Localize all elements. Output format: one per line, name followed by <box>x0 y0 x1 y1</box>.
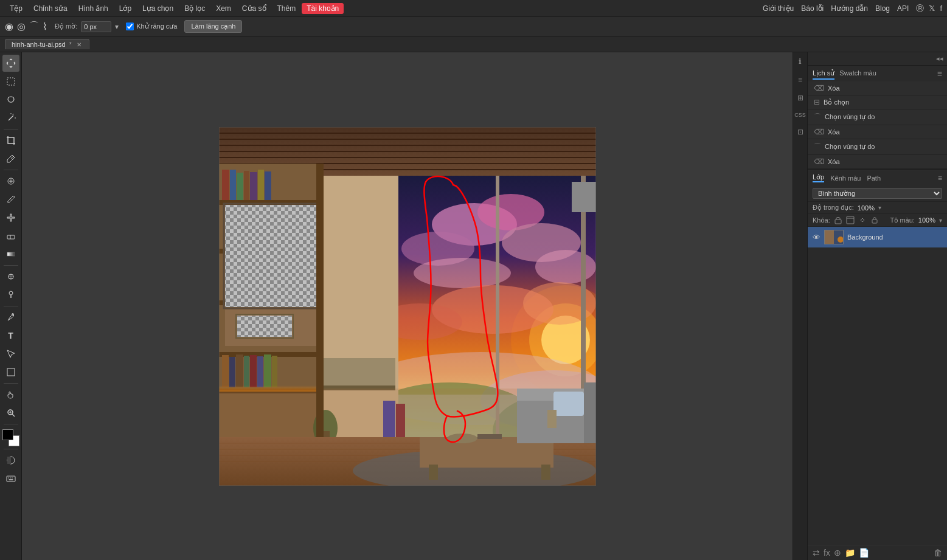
menu-them[interactable]: Thêm <box>272 3 301 14</box>
to-mau-dropdown[interactable]: ▾ <box>939 217 942 224</box>
tool-clone[interactable] <box>2 209 19 226</box>
new-layer-icon[interactable]: 📄 <box>859 548 869 558</box>
tool-pen[interactable] <box>2 309 19 326</box>
blend-mode-select[interactable]: Bình thường <box>813 188 942 199</box>
panel-css-icon[interactable]: CSS <box>793 109 807 120</box>
menu-lop[interactable]: Lớp <box>114 3 136 14</box>
svg-rect-78 <box>222 355 229 387</box>
history-panel-options[interactable]: ≡ <box>937 69 942 78</box>
twitter-icon[interactable]: 𝕏 <box>929 4 935 13</box>
tool-healing[interactable] <box>2 173 19 190</box>
delete-layer-icon[interactable]: 🗑 <box>934 548 942 558</box>
history-item-1[interactable]: ⌫ Xóa <box>808 81 947 95</box>
add-style-icon[interactable]: fx <box>824 548 830 558</box>
tab-history[interactable]: Lịch sử <box>813 68 834 80</box>
svg-rect-89 <box>322 358 395 389</box>
menu-tep[interactable]: Tệp <box>5 3 27 14</box>
tool-lasso[interactable] <box>2 91 19 108</box>
panel-layers-icon[interactable]: ≡ <box>797 73 803 86</box>
svg-rect-75 <box>265 171 271 200</box>
menu-left: Tệp Chỉnh sửa Hình ảnh Lớp Lựa chọn Bộ l… <box>5 3 344 14</box>
tool-preset-icon[interactable]: ◉ <box>5 21 13 32</box>
canvas-area[interactable] <box>22 52 793 560</box>
file-tab[interactable]: hinh-anh-tu-ai.psd * ✕ <box>5 39 89 49</box>
tab-swatch[interactable]: Swatch màu <box>839 68 876 80</box>
menu-hinh-anh[interactable]: Hình ảnh <box>74 3 113 14</box>
lock-transparent-icon[interactable] <box>834 216 842 224</box>
svg-rect-79 <box>229 357 235 387</box>
tool-eyedropper[interactable] <box>2 150 19 167</box>
layer-visibility-toggle[interactable]: 👁 <box>813 233 820 242</box>
menu-lua-chon[interactable]: Lựa chọn <box>137 3 178 14</box>
menu-tai-khoan[interactable]: Tài khoản <box>302 3 344 14</box>
history-item-6[interactable]: ⌫ Xóa <box>808 155 947 169</box>
add-mask-icon[interactable]: ⊕ <box>834 548 841 558</box>
layers-options-icon[interactable]: ≡ <box>938 174 942 182</box>
panel-adjustments-icon[interactable]: ⊞ <box>796 91 805 105</box>
menu-blog[interactable]: Blog <box>875 4 890 13</box>
menu-api[interactable]: API <box>897 4 909 13</box>
tab-path[interactable]: Path <box>867 175 881 182</box>
lam-lang-canh-button[interactable]: Làm lãng cạnh <box>184 20 242 33</box>
history-item-3[interactable]: ⌒ Chọn vùng tự do <box>808 109 947 125</box>
layer-item-background[interactable]: 👁 Background <box>808 227 947 247</box>
tool-hand[interactable] <box>2 386 19 403</box>
history-item-2[interactable]: ⊟ Bỏ chọn <box>808 95 947 109</box>
menu-chinh-sua[interactable]: Chỉnh sửa <box>29 3 72 14</box>
tool-blur[interactable] <box>2 268 19 285</box>
tool-option-arc[interactable]: ⌒ <box>29 20 39 33</box>
tool-crop[interactable] <box>2 132 19 149</box>
panel-info-icon[interactable]: ℹ <box>797 55 803 68</box>
svg-rect-102 <box>429 465 438 480</box>
history-label-4: Xóa <box>828 128 840 136</box>
menu-huong-dan[interactable]: Hướng dẫn <box>831 4 868 13</box>
new-group-icon[interactable]: 📁 <box>845 548 855 558</box>
svg-point-13 <box>9 291 13 295</box>
link-layers-icon[interactable]: ⇄ <box>813 548 820 558</box>
tab-close-button[interactable]: ✕ <box>75 41 83 48</box>
menu-xem[interactable]: Xem <box>211 3 236 14</box>
do-mo-input[interactable] <box>81 21 111 32</box>
svg-rect-111 <box>547 410 557 428</box>
history-item-4[interactable]: ⌫ Xóa <box>808 125 947 139</box>
tool-marquee[interactable] <box>2 73 19 90</box>
reddit-icon[interactable]: Ⓡ <box>916 3 924 14</box>
history-item-5[interactable]: ⌒ Chọn vùng tự do <box>808 139 947 155</box>
tool-gradient[interactable] <box>2 246 19 263</box>
tool-option-poly[interactable]: ⌇ <box>43 21 47 32</box>
color-swatches[interactable] <box>2 429 19 446</box>
tool-dodge[interactable] <box>2 286 19 303</box>
opacity-dropdown[interactable]: ▾ <box>878 204 881 211</box>
tool-path-select[interactable] <box>2 345 19 362</box>
menu-bao-loi[interactable]: Báo lỗi <box>801 4 824 13</box>
history-icon-1: ⌫ <box>814 84 824 92</box>
tool-keyboard[interactable] <box>2 470 19 487</box>
svg-line-18 <box>12 414 15 417</box>
tool-option-circle[interactable]: ◎ <box>17 21 26 32</box>
lock-all-icon[interactable] <box>870 216 879 224</box>
menu-cua-so[interactable]: Cửa sổ <box>237 3 271 14</box>
tool-magic-wand[interactable] <box>2 109 19 126</box>
svg-rect-114 <box>396 404 405 437</box>
tool-quickmask[interactable] <box>2 452 19 469</box>
lock-position-icon[interactable] <box>858 216 867 224</box>
tool-brush[interactable] <box>2 191 19 208</box>
lock-image-icon[interactable] <box>846 216 855 224</box>
facebook-icon[interactable]: f <box>940 4 942 13</box>
collapse-icon[interactable]: ◂◂ <box>936 55 943 63</box>
tool-text[interactable]: T <box>2 327 19 344</box>
menu-gioi-thieu[interactable]: Giới thiệu <box>763 4 794 13</box>
tab-lop[interactable]: Lớp <box>813 173 824 182</box>
tool-move[interactable] <box>2 55 19 72</box>
tab-kenh-mau[interactable]: Kênh màu <box>830 175 861 182</box>
panel-image-icon[interactable]: ⊡ <box>796 125 805 139</box>
tool-eraser[interactable] <box>2 227 19 244</box>
tool-zoom[interactable] <box>2 404 19 421</box>
tool-shape[interactable] <box>2 364 19 381</box>
menu-bo-loc[interactable]: Bộ lọc <box>179 3 210 14</box>
do-mo-dropdown[interactable]: ▾ <box>115 22 119 31</box>
foreground-color-swatch[interactable] <box>2 429 13 440</box>
khu-rang-cua-label[interactable]: Khử răng cưa <box>126 22 177 30</box>
tool-divider-4 <box>4 306 18 306</box>
khu-rang-cua-checkbox[interactable] <box>126 22 134 30</box>
